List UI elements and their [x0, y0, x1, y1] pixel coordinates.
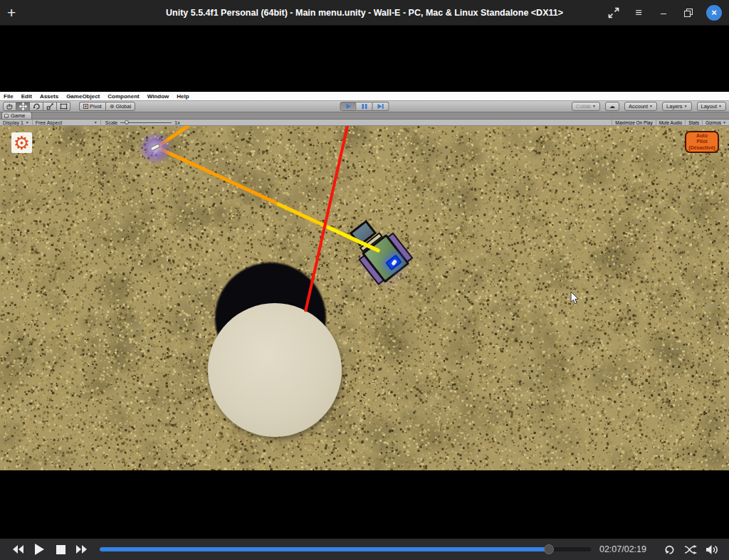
scale-slider-thumb[interactable] [125, 120, 129, 125]
toolbar-right-group: Collab ▼ ☁ Account ▼ Layers ▼ [572, 102, 726, 111]
hamburger-icon: ≡ [635, 7, 641, 19]
letterbox-bottom [0, 470, 729, 539]
step-button[interactable] [373, 102, 389, 111]
letterbox-top [0, 26, 729, 92]
scale-icon [46, 102, 54, 110]
game-controlbar: Display 1 ▼ Free Aspect ▼ Scale 1x Maxim… [0, 120, 729, 126]
rect-icon [60, 102, 68, 110]
game-tabbar: Game [0, 112, 729, 120]
fullscreen-icon [607, 6, 620, 19]
play-button[interactable] [340, 102, 357, 111]
stop-icon [56, 545, 65, 554]
hand-tool-button[interactable] [3, 102, 16, 111]
global-button[interactable]: ⊕ Global [105, 102, 135, 111]
pivot-toggle-group: Pivot ⊕ Global [79, 102, 135, 111]
chevron-down-icon: ▼ [26, 121, 29, 125]
open-file-button[interactable]: + [7, 5, 26, 20]
layout-dropdown[interactable]: Layout ▼ [697, 102, 726, 111]
menu-item-assets[interactable]: Assets [40, 93, 58, 100]
forward-icon [76, 545, 88, 554]
move-tool-button[interactable] [16, 102, 30, 111]
rect-tool-button[interactable] [57, 102, 70, 111]
chevron-down-icon: ▼ [649, 105, 653, 108]
minimize-button[interactable]: – [656, 5, 671, 21]
mute-audio-button[interactable]: Mute Audio [656, 120, 686, 126]
sand-texture [0, 126, 729, 470]
game-tab-label: Game [11, 112, 25, 119]
hand-icon [6, 102, 14, 110]
forward-button[interactable] [73, 541, 91, 557]
pause-button[interactable] [357, 102, 373, 111]
repeat-button[interactable] [661, 541, 678, 557]
aspect-dropdown[interactable]: Free Aspect ▼ [33, 120, 101, 126]
gizmos-dropdown[interactable]: Gizmos ▼ [702, 120, 729, 126]
game-view-toggles: Maximize On Play Mute Audio Stats Gizmos… [612, 120, 729, 126]
layers-dropdown[interactable]: Layers ▼ [662, 102, 691, 111]
pivot-button[interactable]: Pivot [79, 102, 105, 111]
player-play-icon [34, 544, 44, 555]
account-dropdown[interactable]: Account ▼ [624, 102, 657, 111]
scale-value: 1x [174, 120, 179, 125]
menu-item-window[interactable]: Window [147, 93, 169, 100]
close-button[interactable]: × [706, 5, 722, 21]
menu-item-gameobject[interactable]: GameObject [66, 93, 100, 100]
game-tab[interactable]: Game [1, 112, 32, 119]
player-bar: 02:07/02:19 [0, 539, 729, 560]
play-controls [340, 102, 389, 111]
chevron-down-icon: ▼ [723, 121, 726, 125]
stats-button[interactable]: Stats [685, 120, 702, 126]
chevron-down-icon: ▼ [94, 121, 98, 125]
window-controls: ≡ – × [607, 5, 722, 21]
display-dropdown[interactable]: Display 1 ▼ [0, 120, 33, 126]
menu-item-file[interactable]: File [4, 93, 14, 100]
scale-tool-button[interactable] [43, 102, 57, 111]
scale-slider[interactable] [120, 122, 172, 123]
global-label: Global [115, 103, 131, 110]
move-icon [19, 102, 27, 110]
mouse-cursor [570, 292, 579, 305]
fullscreen-button[interactable] [607, 5, 621, 21]
maximize-button[interactable] [681, 5, 696, 21]
table-circle [208, 303, 342, 437]
close-icon: × [711, 8, 717, 17]
menu-item-help[interactable]: Help [177, 93, 189, 100]
video-surface[interactable]: File Edit Assets GameObject Component Wi… [0, 26, 729, 539]
menu-item-component[interactable]: Component [107, 93, 139, 100]
shuffle-button[interactable] [682, 541, 699, 557]
progress-handle[interactable] [544, 544, 554, 554]
collab-label: Collab [576, 103, 591, 110]
repeat-icon [664, 544, 676, 555]
scale-label: Scale [105, 120, 118, 125]
chevron-down-icon: ▼ [592, 105, 596, 108]
menu-item-edit[interactable]: Edit [21, 93, 32, 100]
cloud-button[interactable]: ☁ [605, 102, 619, 111]
progress-bar[interactable] [100, 547, 591, 551]
app-window: + Unity 5.5.4f1 Personal (64bit) - Main … [0, 0, 729, 560]
waypoint-particle [138, 131, 172, 165]
rewind-button[interactable] [9, 541, 27, 557]
window-title: Unity 5.5.4f1 Personal (64bit) - Main me… [166, 8, 563, 18]
pivot-label: Pivot [90, 103, 102, 110]
window-titlebar: + Unity 5.5.4f1 Personal (64bit) - Main … [0, 0, 729, 26]
layout-label: Layout [701, 103, 718, 110]
gear-badge[interactable]: ⚙ [11, 132, 32, 153]
autopilot-line3: (Désactivé) [688, 145, 715, 151]
autopilot-button[interactable]: Auto Pilot (Désactivé) [685, 131, 719, 153]
account-label: Account [629, 103, 648, 110]
layers-label: Layers [666, 103, 683, 110]
menu-button[interactable]: ≡ [631, 5, 646, 21]
globe-icon: ⊕ [110, 104, 115, 110]
scale-control: Scale 1x [101, 120, 184, 125]
unity-menubar: File Edit Assets GameObject Component Wi… [0, 92, 729, 101]
chevron-down-icon: ▼ [718, 105, 722, 108]
unity-editor-frame: File Edit Assets GameObject Component Wi… [0, 92, 729, 470]
rotate-tool-button[interactable] [30, 102, 43, 111]
pause-icon [361, 103, 367, 110]
maximize-on-play-button[interactable]: Maximize On Play [612, 120, 655, 126]
autopilot-line1: Auto [696, 133, 708, 139]
player-play-button[interactable] [30, 541, 48, 557]
stop-button[interactable] [51, 541, 70, 557]
rotate-icon [33, 102, 41, 110]
volume-button[interactable] [703, 541, 720, 557]
collab-dropdown[interactable]: Collab ▼ [572, 102, 600, 111]
